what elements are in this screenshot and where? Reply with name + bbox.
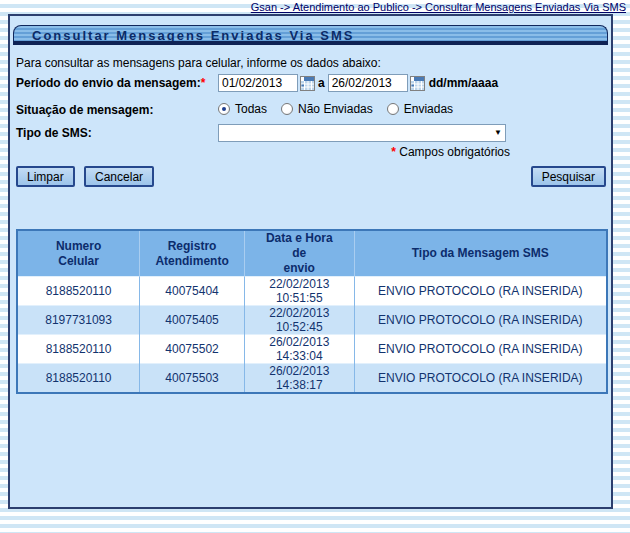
cell-tipo-mensagem: ENVIO PROTOCOLO (RA INSERIDA) — [354, 364, 607, 394]
required-note: * Campos obrigatórios — [218, 145, 510, 159]
radio-option-nao-enviadas[interactable]: Não Enviadas — [281, 102, 373, 116]
radio-icon[interactable] — [387, 103, 399, 115]
cancelar-button[interactable]: Cancelar — [84, 166, 154, 187]
situation-label: Situação de mensagem: — [16, 103, 153, 117]
page-title: Consultar Mensagens Enviadas Via SMS — [32, 28, 354, 43]
col-header-data-hora-envio: Data e Hora de envio — [244, 230, 354, 277]
cell-registro: 40075405 — [140, 306, 245, 335]
required-asterisk: * — [391, 145, 396, 159]
limpar-button[interactable]: Limpar — [16, 166, 75, 187]
table-row: 8188520110 40075502 26/02/2013 14:33:04 … — [17, 335, 607, 364]
table-row: 8188520110 40075503 26/02/2013 14:38:17 … — [17, 364, 607, 394]
table-header-row: Numero Celular Registro Atendimento Data… — [17, 230, 607, 277]
main-panel: Consultar Mensagens Enviadas Via SMS Par… — [8, 14, 613, 509]
calendar-icon[interactable] — [300, 76, 315, 91]
cell-numero-celular: 8188520110 — [17, 335, 140, 364]
sms-type-select[interactable]: ▼ — [218, 124, 506, 142]
radio-icon[interactable] — [218, 103, 230, 115]
date-format-hint: dd/mm/aaaa — [429, 76, 498, 90]
period-end-input[interactable] — [328, 74, 408, 92]
cell-registro: 40075503 — [140, 364, 245, 394]
table-row: 8197731093 40075405 22/02/2013 10:52:45 … — [17, 306, 607, 335]
calendar-icon[interactable] — [410, 76, 425, 91]
situation-options: Todas Não Enviadas Enviadas — [218, 102, 453, 116]
radio-option-enviadas[interactable]: Enviadas — [387, 102, 453, 116]
button-row: Limpar Cancelar Pesquisar — [16, 166, 606, 188]
period-start-input[interactable] — [218, 74, 298, 92]
period-separator: a — [318, 76, 325, 90]
period-fields: a dd/mm/aaaa — [218, 74, 498, 92]
cell-tipo-mensagem: ENVIO PROTOCOLO (RA INSERIDA) — [354, 306, 607, 335]
period-label: Período do envio da mensagem:* — [16, 76, 205, 90]
pesquisar-button[interactable]: Pesquisar — [531, 166, 606, 187]
cell-numero-celular: 8188520110 — [17, 277, 140, 306]
radio-option-todas[interactable]: Todas — [218, 102, 267, 116]
cell-tipo-mensagem: ENVIO PROTOCOLO (RA INSERIDA) — [354, 335, 607, 364]
cell-numero-celular: 8197731093 — [17, 306, 140, 335]
results-table: Numero Celular Registro Atendimento Data… — [16, 229, 608, 394]
col-header-tipo-mensagem: Tipo da Mensagem SMS — [354, 230, 607, 277]
required-asterisk: * — [201, 76, 206, 90]
cell-data-hora: 26/02/2013 14:33:04 — [244, 335, 354, 364]
col-header-registro-atendimento: Registro Atendimento — [140, 230, 245, 277]
chevron-down-icon: ▼ — [494, 129, 502, 137]
cell-tipo-mensagem: ENVIO PROTOCOLO (RA INSERIDA) — [354, 277, 607, 306]
cell-registro: 40075502 — [140, 335, 245, 364]
cell-numero-celular: 8188520110 — [17, 364, 140, 394]
cell-data-hora: 22/02/2013 10:51:55 — [244, 277, 354, 306]
col-header-numero-celular: Numero Celular — [17, 230, 140, 277]
cell-data-hora: 26/02/2013 14:38:17 — [244, 364, 354, 394]
cell-data-hora: 22/02/2013 10:52:45 — [244, 306, 354, 335]
table-row: 8188520110 40075404 22/02/2013 10:51:55 … — [17, 277, 607, 306]
radio-icon[interactable] — [281, 103, 293, 115]
page-title-bar: Consultar Mensagens Enviadas Via SMS — [13, 25, 608, 45]
breadcrumb[interactable]: Gsan -> Atendimento ao Publico -> Consul… — [251, 1, 626, 13]
cell-registro: 40075404 — [140, 277, 245, 306]
form-instructions: Para consultar as mensagens para celular… — [16, 56, 381, 70]
sms-type-label: Tipo de SMS: — [16, 126, 92, 140]
